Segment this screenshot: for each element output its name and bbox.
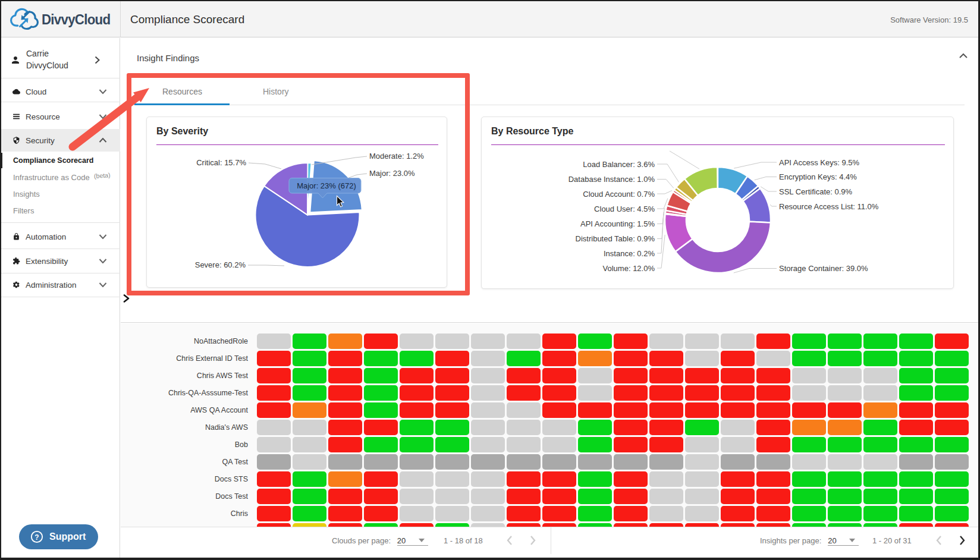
svg-text:Volume: 12.0%: Volume: 12.0% [603,264,655,273]
svg-text:?: ? [34,533,39,542]
svg-text:Encryption Keys: 4.4%: Encryption Keys: 4.4% [779,172,857,181]
svg-text:SSL Certificate: 0.9%: SSL Certificate: 0.9% [779,187,853,196]
svg-text:Cloud Account: 0.7%: Cloud Account: 0.7% [583,190,655,199]
svg-text:API Access Keys: 9.5%: API Access Keys: 9.5% [779,158,860,167]
svg-text:Load Balancer: 3.6%: Load Balancer: 3.6% [583,160,655,169]
svg-text:Distributed Table: 0.9%: Distributed Table: 0.9% [576,234,655,243]
svg-text:API Accounting: 1.5%: API Accounting: 1.5% [580,219,655,228]
svg-text:Database Instance: 1.0%: Database Instance: 1.0% [568,175,655,184]
svg-text:Resource Access List: 11.0%: Resource Access List: 11.0% [779,202,879,211]
svg-text:Cloud User: 4.5%: Cloud User: 4.5% [594,205,655,213]
svg-text:Instance: 0.2%: Instance: 0.2% [604,249,655,258]
svg-text:Storage Container: 39.0%: Storage Container: 39.0% [779,264,868,273]
